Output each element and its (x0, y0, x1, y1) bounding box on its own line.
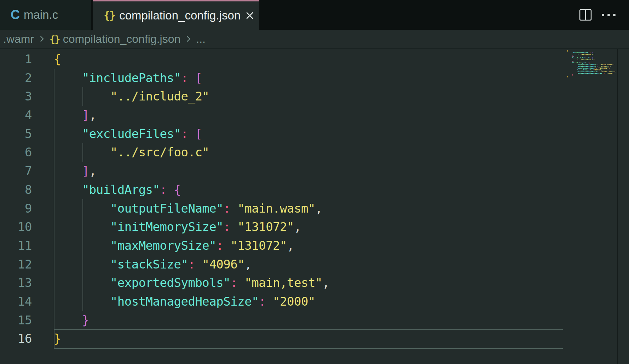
code-line[interactable]: 12 "stackSize": "4096", (0, 255, 629, 274)
code-line[interactable]: 11 "maxMemorySize": "131072", (0, 236, 629, 255)
line-number[interactable]: 11 (0, 236, 32, 255)
code-text: "outputFileName": "main.wasm", (32, 199, 322, 218)
code-line[interactable]: 5 "excludeFiles": [ (0, 125, 629, 143)
tab-compilation-config-json[interactable]: {} compilation_config.json (93, 0, 259, 30)
close-icon[interactable] (245, 10, 255, 22)
breadcrumb: .wamr {} compilation_config.json ... (0, 30, 629, 49)
breadcrumb-item-file[interactable]: compilation_config.json (63, 33, 181, 46)
tab-main-c[interactable]: C main.c (0, 0, 91, 30)
line-number[interactable]: 2 (0, 69, 32, 87)
editor-actions (579, 0, 629, 30)
code-text: ], (32, 106, 96, 125)
code-line[interactable]: 7 ], (0, 162, 629, 180)
code-text: "excludeFiles": [ (32, 125, 202, 143)
code-text: "buildArgs": { (32, 180, 181, 199)
breadcrumb-item-wamr[interactable]: .wamr (3, 33, 34, 46)
line-number[interactable]: 1 (0, 50, 32, 69)
code-line[interactable]: 8 "buildArgs": { (0, 180, 629, 199)
line-number[interactable]: 3 (0, 87, 32, 106)
line-number[interactable]: 14 (0, 292, 32, 311)
code-text: "stackSize": "4096", (32, 255, 252, 274)
code-line[interactable]: 4 ], (0, 106, 629, 125)
code-text: "../include_2" (32, 87, 209, 106)
code-line[interactable]: 6 "../src/foo.c" (0, 143, 629, 162)
code-text: "exportedSymbols": "main,test", (32, 273, 329, 292)
chevron-right-icon (37, 34, 46, 44)
minimap-divider (617, 49, 618, 364)
code-line[interactable]: 15 } (0, 311, 629, 330)
line-number[interactable]: 5 (0, 125, 32, 143)
breadcrumb-item-more[interactable]: ... (196, 33, 206, 46)
code-text: } (32, 329, 61, 348)
minimap[interactable]: { "includePaths": [ "../include_2" ], "e… (567, 50, 617, 93)
tab-label: compilation_config.json (119, 9, 241, 22)
minimap-content: { "includePaths": [ "../include_2" ], "e… (567, 50, 617, 78)
line-number[interactable]: 8 (0, 180, 32, 199)
line-number[interactable]: 7 (0, 162, 32, 180)
code-line[interactable]: 2 "includePaths": [ (0, 69, 629, 87)
chevron-right-icon (184, 34, 193, 44)
code-text: { (32, 50, 61, 69)
code-text: ], (32, 162, 96, 180)
json-icon: {} (50, 34, 60, 45)
more-actions-icon[interactable] (602, 14, 616, 16)
code-text: } (32, 311, 89, 330)
c-language-icon: C (11, 8, 20, 21)
split-editor-icon[interactable] (579, 9, 592, 21)
code-line[interactable]: 16} (0, 329, 629, 348)
code-lines: 1{2 "includePaths": [3 "../include_2"4 ]… (0, 50, 629, 348)
code-text: "maxMemorySize": "131072", (32, 236, 294, 255)
json-icon: {} (104, 10, 115, 21)
line-number[interactable]: 16 (0, 329, 32, 348)
code-line[interactable]: 13 "exportedSymbols": "main,test", (0, 273, 629, 292)
minimap-line: "hostManagedHeapSize": "2000" (567, 73, 617, 74)
line-number[interactable]: 6 (0, 143, 32, 162)
code-line[interactable]: 3 "../include_2" (0, 87, 629, 106)
code-text: "initMemorySize": "131072", (32, 218, 301, 236)
line-number[interactable]: 4 (0, 106, 32, 125)
line-number[interactable]: 10 (0, 218, 32, 236)
code-line[interactable]: 1{ (0, 50, 629, 69)
line-number[interactable]: 9 (0, 199, 32, 218)
line-number[interactable]: 15 (0, 311, 32, 330)
code-text: "hostManagedHeapSize": "2000" (32, 292, 315, 311)
line-number[interactable]: 13 (0, 273, 32, 292)
code-line[interactable]: 10 "initMemorySize": "131072", (0, 218, 629, 236)
tab-label: main.c (24, 8, 58, 22)
code-line[interactable]: 14 "hostManagedHeapSize": "2000" (0, 292, 629, 311)
code-text: "../src/foo.c" (32, 143, 209, 162)
code-line[interactable]: 9 "outputFileName": "main.wasm", (0, 199, 629, 218)
tab-bar: C main.c {} compilation_config.json (0, 0, 629, 30)
code-text: "includePaths": [ (32, 69, 202, 87)
editor[interactable]: 1{2 "includePaths": [3 "../include_2"4 ]… (0, 49, 629, 364)
minimap-line: } (567, 76, 617, 78)
line-number[interactable]: 12 (0, 255, 32, 274)
